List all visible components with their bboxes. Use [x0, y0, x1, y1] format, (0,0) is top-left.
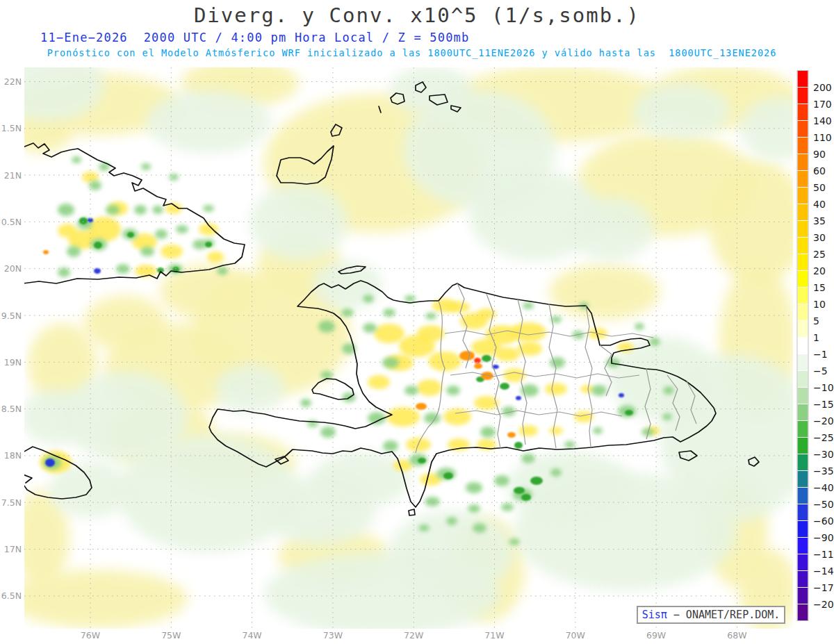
lon-tick-label: 75W	[161, 630, 181, 641]
colorbar-cell	[797, 421, 808, 438]
shading-blob	[549, 427, 563, 435]
shading-blob	[500, 383, 509, 390]
shading-blob	[176, 225, 188, 233]
shading-blob	[518, 425, 538, 436]
shading-blob	[663, 386, 674, 395]
lon-axis-labels: 76W75W74W73W72W71W70W69W68W	[81, 630, 747, 641]
shading-blob	[509, 538, 520, 545]
colorbar-cell	[797, 588, 808, 604]
colorbar-cell	[797, 338, 808, 354]
shading-blob	[89, 181, 101, 190]
colorbar-tick-label: 30	[813, 232, 826, 243]
colorbar-tick-label: 170	[813, 99, 832, 110]
shading-blob	[564, 441, 575, 448]
shading-blob	[58, 224, 77, 238]
colorbar-cell	[797, 454, 808, 471]
shading-blob	[494, 475, 509, 486]
lat-tick-label: 20N	[4, 263, 22, 274]
shading-blob	[545, 383, 567, 395]
shading-blob	[134, 205, 147, 215]
shading-blob	[141, 163, 151, 170]
colorbar-tick-label: −20	[813, 415, 834, 427]
shading-blob	[417, 325, 445, 342]
shading-blob	[619, 393, 624, 397]
colorbar-tick-label: −1	[813, 349, 828, 360]
lon-tick-label: 68W	[727, 630, 746, 641]
shading-blob	[482, 355, 491, 362]
colorbar-tick-label: 40	[813, 199, 826, 210]
shading-blob	[550, 468, 562, 477]
colorbar-cell	[797, 471, 808, 488]
shading-blob	[521, 494, 531, 501]
shading-blob	[94, 242, 102, 249]
shading-blob	[593, 427, 603, 434]
colorbar-cell	[797, 571, 808, 588]
colorbar-cell	[797, 554, 808, 571]
lat-tick-label: 22N	[4, 76, 22, 87]
shading-blob	[21, 389, 90, 445]
lon-tick-label: 70W	[566, 630, 585, 641]
lon-tick-label: 72W	[404, 630, 423, 641]
lon-tick-label: 76W	[81, 630, 100, 641]
shading-blob	[473, 523, 486, 533]
colorbar-tick-label: 50	[813, 182, 826, 193]
shading-blob	[203, 205, 214, 212]
lat-tick-label: 17N	[4, 544, 22, 554]
colorbar-tick-label: 200	[813, 82, 832, 93]
colorbar-tick-label: 60	[813, 165, 826, 176]
colorbar-tick-label: −30	[813, 449, 834, 460]
shading-blob	[363, 295, 374, 303]
shading-blob	[635, 323, 644, 330]
lon-tick-label: 71W	[484, 630, 504, 641]
shading-blob	[169, 174, 179, 181]
shading-blob	[382, 357, 399, 368]
shading-blob	[300, 399, 311, 407]
colorbar-tick-label: −140	[813, 565, 834, 577]
shading-blob	[152, 206, 163, 214]
shading-blob	[632, 83, 730, 139]
colorbar-tick-label: 20	[813, 265, 826, 276]
colorbar-cell	[797, 388, 808, 404]
colorbar-cell	[797, 354, 808, 371]
shading-blob	[58, 204, 74, 216]
shading-blob	[72, 156, 81, 163]
colorbar-tick-label: −60	[813, 515, 834, 527]
shading-blob	[523, 302, 534, 309]
colorbar-tick-label: 5	[813, 315, 819, 327]
shading-blob	[83, 295, 167, 351]
shading-blob	[514, 442, 523, 449]
colorbar-tick-label: −5	[813, 365, 828, 377]
shading-blob	[386, 407, 420, 427]
shading-blob	[404, 386, 418, 395]
shading-blob	[374, 324, 404, 343]
sispi-brand-label: Sisπ	[642, 609, 667, 621]
shading-blob	[207, 251, 224, 263]
shading-blob	[205, 242, 212, 247]
colorbar-cell	[797, 154, 808, 171]
shading-blob	[514, 487, 525, 494]
colorbar-tick-label: 35	[813, 215, 826, 226]
colorbar-cell	[797, 288, 808, 304]
lat-tick-label: 21N	[4, 170, 22, 181]
colorbar-tick-label: 90	[813, 149, 826, 160]
shading-blob	[313, 452, 410, 507]
colorbar-cell	[797, 538, 808, 554]
colorbar-cell	[797, 304, 808, 321]
shading-blob	[495, 347, 520, 361]
colorbar-cell	[797, 138, 808, 154]
shading-blob	[43, 250, 49, 254]
colorbar-cell	[797, 521, 808, 538]
shading-blob	[516, 396, 521, 400]
shading-blob	[459, 351, 475, 361]
lat-tick-label: 7.5N	[1, 497, 22, 508]
shading-blob	[67, 246, 81, 257]
shading-blob	[418, 525, 430, 531]
shading-blob	[418, 458, 426, 463]
shading-blob	[215, 365, 285, 413]
shading-blob	[530, 477, 543, 485]
shading-blob	[383, 440, 398, 452]
shading-blob	[443, 472, 453, 479]
colorbar-tick-label: 25	[813, 249, 826, 260]
colorbar-tick-label: −10	[813, 382, 834, 393]
attribution-box: Sisπ − ONAMET/REP.DOM.	[637, 606, 785, 624]
